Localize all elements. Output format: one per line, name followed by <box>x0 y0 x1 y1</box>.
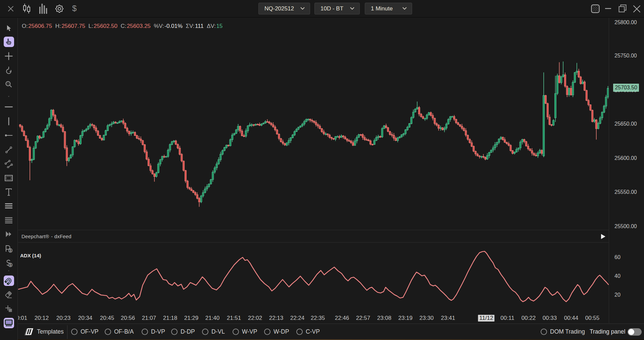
svg-text:$: $ <box>9 248 11 252</box>
svg-text:$: $ <box>9 263 11 267</box>
